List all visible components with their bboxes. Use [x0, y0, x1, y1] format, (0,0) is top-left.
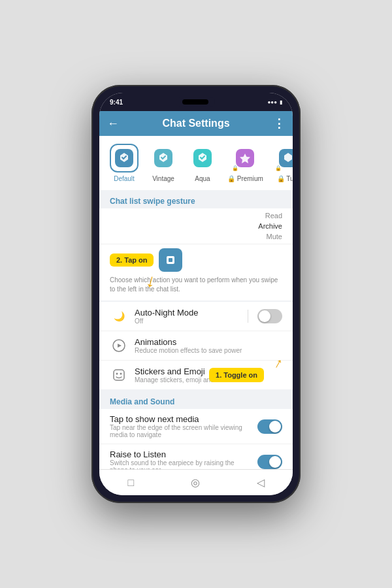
turbo-lock-icon: 🔒 [275, 165, 282, 171]
toggle-on-annotation: 1. Toggle on ↑ [209, 368, 264, 382]
swipe-controls: 2. Tap on ↓ [99, 244, 293, 276]
auto-night-toggle[interactable] [257, 309, 282, 323]
nav-back-icon: ◁ [257, 476, 265, 489]
main-content: Default Vintage [99, 136, 293, 469]
settings-item-tap-next: Tap to show next media Tap near the edge… [99, 409, 293, 444]
auto-night-text: Auto-Night Mode Off [135, 308, 241, 325]
raise-listen-toggle[interactable] [257, 455, 282, 469]
toggle-on-badge: 1. Toggle on [209, 368, 264, 382]
phone-screen: 9:41 ●●● ▮ ← Chat Settings ⋮ [99, 93, 293, 495]
swipe-action-button[interactable] [159, 248, 182, 272]
svg-rect-6 [169, 258, 172, 262]
theme-icon-turbo: 🔒 [274, 144, 293, 172]
stickers-icon [110, 366, 128, 384]
nav-home-icon: ◎ [191, 476, 200, 489]
page-title: Chat Settings [124, 118, 268, 129]
app-header: ← Chat Settings ⋮ [99, 111, 293, 136]
svg-rect-8 [114, 370, 124, 380]
raise-listen-title: Raise to Listen [110, 449, 251, 459]
animations-subtitle: Reduce motion effects to save power [135, 347, 282, 354]
notch-pill [182, 99, 208, 105]
theme-label-vintage: Vintage [152, 175, 174, 182]
back-button[interactable]: ← [107, 117, 119, 131]
theme-item-vintage[interactable]: Vintage [149, 144, 178, 182]
tap-next-title: Tap to show next media [110, 414, 251, 424]
signal-icon: ●●● [267, 99, 277, 105]
theme-icon-aqua [188, 144, 217, 172]
bottom-navigation: □ ◎ ◁ [99, 469, 293, 495]
tap-next-toggle[interactable] [257, 419, 282, 434]
raise-listen-text: Raise to Listen Switch sound to the earp… [110, 449, 251, 469]
auto-night-subtitle: Off [135, 318, 241, 325]
tap-next-toggle-knob [269, 421, 281, 433]
swipe-options-list: Read Archive Mute [99, 208, 293, 244]
swipe-option-mute[interactable]: Mute [267, 232, 282, 241]
toggle-divider [248, 310, 248, 323]
theme-label-aqua: Aqua [195, 175, 210, 182]
swipe-section-header: Chat list swipe gesture [99, 190, 293, 208]
battery-icon: ▮ [280, 99, 282, 105]
theme-item-premium[interactable]: 🔒 🔒 Premium [227, 144, 263, 182]
tap-next-text: Tap to show next media Tap near the edge… [110, 414, 251, 438]
swipe-option-archive[interactable]: Archive [258, 221, 282, 231]
theme-item-aqua[interactable]: Aqua [188, 144, 217, 182]
nav-back-button[interactable]: ◁ [244, 474, 278, 491]
raise-listen-toggle-knob [269, 456, 281, 468]
theme-icon-premium: 🔒 [231, 144, 259, 172]
svg-point-10 [120, 373, 122, 375]
notch [176, 97, 215, 106]
more-button[interactable]: ⋮ [273, 116, 285, 131]
theme-item-default[interactable]: Default [110, 144, 139, 182]
animations-text: Animations Reduce motion effects to save… [135, 337, 282, 354]
phone-frame: 9:41 ●●● ▮ ← Chat Settings ⋮ [91, 85, 301, 503]
nav-square-icon: □ [127, 477, 134, 489]
media-settings-list: Tap to show next media Tap near the edge… [99, 409, 293, 469]
swipe-option-read[interactable]: Read [265, 211, 282, 220]
status-bar: 9:41 ●●● ▮ [99, 93, 293, 111]
premium-lock-icon: 🔒 [232, 165, 238, 171]
animations-icon [110, 336, 128, 355]
toggle-knob [259, 310, 270, 322]
status-icons: ●●● ▮ [267, 99, 282, 105]
tap-on-badge: 2. Tap on [110, 253, 154, 267]
raise-listen-subtitle: Switch sound to the earpiece by raising … [110, 459, 251, 469]
theme-selector: Default Vintage [99, 136, 293, 190]
theme-icon-vintage [149, 144, 178, 172]
auto-night-icon: 🌙 [110, 307, 128, 325]
nav-square-button[interactable]: □ [114, 474, 147, 491]
theme-icon-default [110, 144, 139, 172]
settings-item-stickers: 1. Toggle on ↑ Stickers and Emoji [99, 361, 293, 389]
settings-list: 🌙 Auto-Night Mode Off [99, 302, 293, 389]
swipe-description: Choose which action you want to perform … [99, 276, 293, 301]
animations-title: Animations [135, 337, 282, 347]
swipe-gesture-section: Read Archive Mute 2. Tap on [99, 208, 293, 301]
theme-label-turbo: 🔒 Tu... [277, 175, 293, 182]
svg-point-9 [116, 373, 118, 375]
time-display: 9:41 [110, 99, 123, 106]
auto-night-title: Auto-Night Mode [135, 308, 241, 318]
settings-item-animations: Animations Reduce motion effects to save… [99, 331, 293, 361]
theme-label-default: Default [114, 175, 135, 182]
settings-item-raise-listen: Raise to Listen Switch sound to the earp… [99, 444, 293, 469]
nav-home-button[interactable]: ◎ [178, 474, 213, 491]
theme-item-turbo[interactable]: 🔒 🔒 Tu... [274, 144, 293, 182]
theme-label-premium: 🔒 Premium [227, 175, 263, 182]
tap-next-subtitle: Tap near the edge of the screen while vi… [110, 424, 251, 438]
media-section-header: Media and Sound [99, 391, 293, 409]
settings-item-auto-night: 🌙 Auto-Night Mode Off [99, 302, 293, 331]
